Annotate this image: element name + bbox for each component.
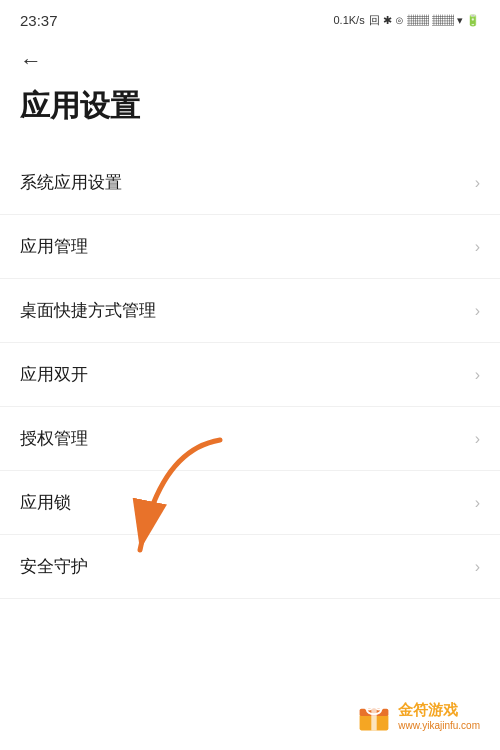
menu-item-label: 应用锁 <box>20 491 71 514</box>
menu-item-label: 应用管理 <box>20 235 88 258</box>
chevron-right-icon: › <box>475 366 480 384</box>
watermark-text: 金符游戏 www.yikajinfu.com <box>398 701 480 731</box>
menu-item-label: 系统应用设置 <box>20 171 122 194</box>
status-icons: 0.1K/s 回 ✱ ⊙ ▦▦ ▦▦ ▾ 🔋 <box>333 13 480 28</box>
menu-item-label: 授权管理 <box>20 427 88 450</box>
page-title: 应用设置 <box>0 78 500 151</box>
chevron-right-icon: › <box>475 494 480 512</box>
menu-item-app-management[interactable]: 应用管理 › <box>0 215 500 279</box>
menu-item-label: 应用双开 <box>20 363 88 386</box>
chevron-right-icon: › <box>475 558 480 576</box>
chevron-right-icon: › <box>475 238 480 256</box>
menu-list: 系统应用设置 › 应用管理 › 桌面快捷方式管理 › 应用双开 › 授权管理 ›… <box>0 151 500 599</box>
menu-item-app-lock[interactable]: 应用锁 › <box>0 471 500 535</box>
chevron-right-icon: › <box>475 430 480 448</box>
menu-item-security-guard[interactable]: 安全守护 › <box>0 535 500 599</box>
network-speed: 0.1K/s <box>333 14 364 26</box>
menu-item-desktop-shortcut[interactable]: 桌面快捷方式管理 › <box>0 279 500 343</box>
menu-item-label: 桌面快捷方式管理 <box>20 299 156 322</box>
status-bar: 23:37 0.1K/s 回 ✱ ⊙ ▦▦ ▦▦ ▾ 🔋 <box>0 0 500 36</box>
watermark-main-text: 金符游戏 <box>398 701 480 720</box>
menu-item-app-dual[interactable]: 应用双开 › <box>0 343 500 407</box>
chevron-right-icon: › <box>475 302 480 320</box>
signal-icons: 回 ✱ ⊙ ▦▦ ▦▦ ▾ 🔋 <box>369 13 480 28</box>
watermark-icon <box>356 698 392 734</box>
watermark-sub-text: www.yikajinfu.com <box>398 720 480 731</box>
svg-rect-3 <box>372 709 377 731</box>
menu-item-label: 安全守护 <box>20 555 88 578</box>
menu-item-auth-management[interactable]: 授权管理 › <box>0 407 500 471</box>
menu-item-system-app-settings[interactable]: 系统应用设置 › <box>0 151 500 215</box>
status-time: 23:37 <box>20 12 58 29</box>
back-button[interactable]: ← <box>0 36 500 78</box>
watermark: 金符游戏 www.yikajinfu.com <box>348 694 488 738</box>
chevron-right-icon: › <box>475 174 480 192</box>
